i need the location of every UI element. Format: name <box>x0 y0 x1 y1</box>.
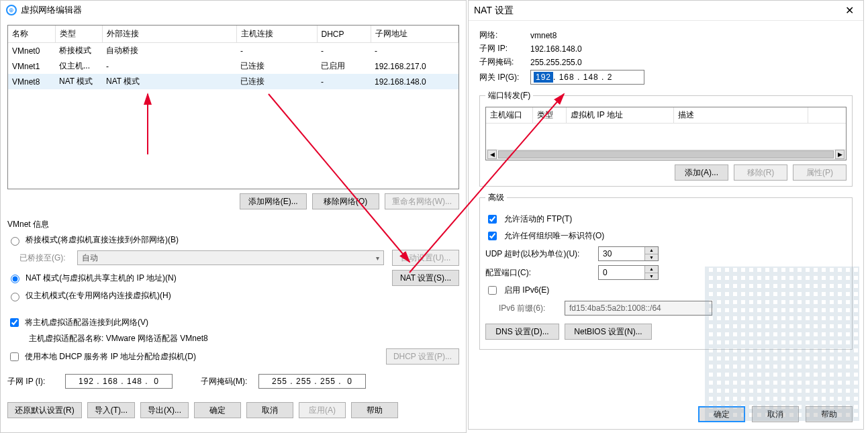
check-connect-adapter-label: 将主机虚拟适配器连接到此网络(V) <box>25 317 148 328</box>
help-button[interactable]: 帮助 <box>351 402 398 418</box>
nat-help-button[interactable]: 帮助 <box>806 406 853 422</box>
scroll-left-icon[interactable]: ◀ <box>487 150 497 159</box>
subnet-mask-input[interactable] <box>258 374 366 389</box>
config-port-label: 配置端口(C): <box>485 267 593 279</box>
gateway-ip-selected-octet: 192 <box>534 72 553 83</box>
radio-hostonly[interactable] <box>11 293 19 301</box>
nat-ok-button[interactable]: 确定 <box>698 406 745 422</box>
check-active-ftp[interactable] <box>488 215 497 224</box>
spin-up-icon[interactable]: ▲ <box>645 266 658 273</box>
remove-network-button[interactable]: 移除网络(O) <box>312 193 379 209</box>
bridge-to-value: 自动 <box>82 252 98 264</box>
network-label: 网络: <box>479 30 524 41</box>
virtual-network-editor-window: ⊕ 虚拟网络编辑器 名称 类型 外部连接 主机连接 DHCP 子网地址 <box>0 0 467 433</box>
nat-settings-button[interactable]: NAT 设置(S)... <box>392 270 459 286</box>
gateway-ip-rest: . 168 . 148 . 2 <box>553 73 612 82</box>
apply-button: 应用(A) <box>299 402 346 418</box>
radio-nat[interactable] <box>11 275 19 283</box>
config-port-spinner[interactable]: ▲ ▼ <box>598 265 659 280</box>
nat-mask-value: 255.255.255.0 <box>530 58 582 67</box>
config-port-input[interactable] <box>599 266 644 279</box>
gateway-ip-label: 网关 IP(G): <box>479 72 524 83</box>
nat-mask-label: 子网掩码: <box>479 56 524 68</box>
subnet-ip-label: 子网 IP (I): <box>7 376 61 387</box>
spin-down-icon[interactable]: ▼ <box>645 254 658 261</box>
app-logo-icon: ⊕ <box>6 5 17 15</box>
pf-col-hostport[interactable]: 主机端口 <box>486 107 533 123</box>
check-use-dhcp[interactable] <box>10 352 19 361</box>
export-button[interactable]: 导出(X)... <box>140 402 189 418</box>
udp-timeout-input[interactable] <box>599 247 644 260</box>
advanced-group: 高级 允许活动的 FTP(T) 允许任何组织唯一标识符(O) UDP 超时(以秒… <box>479 192 853 350</box>
cancel-button[interactable]: 取消 <box>246 402 293 418</box>
check-connect-adapter[interactable] <box>10 318 19 327</box>
spin-up-icon[interactable]: ▲ <box>645 247 658 254</box>
radio-bridge-label: 桥接模式(将虚拟机直接连接到外部网络)(B) <box>26 234 179 246</box>
check-any-oui[interactable] <box>488 232 497 240</box>
udp-timeout-label: UDP 超时(以秒为单位)(U): <box>485 248 593 260</box>
nat-subnet-label: 子网 IP: <box>479 43 524 54</box>
pf-remove-button: 移除(R) <box>734 164 787 181</box>
adapter-name-label: 主机虚拟适配器名称: VMware 网络适配器 VMnet8 <box>29 333 459 344</box>
rename-network-button: 重命名网络(W)... <box>385 193 459 209</box>
spin-down-icon[interactable]: ▼ <box>645 273 658 280</box>
check-use-dhcp-label: 使用本地 DHCP 服务将 IP 地址分配给虚拟机(D) <box>25 351 196 363</box>
nat-title: NAT 设置 <box>474 5 514 17</box>
ok-button[interactable]: 确定 <box>194 402 241 418</box>
col-subnet[interactable]: 子网地址 <box>371 26 459 43</box>
restore-defaults-button[interactable]: 还原默认设置(R) <box>7 402 82 418</box>
table-row[interactable]: VMnet0 桥接模式 自动桥接 - - - <box>8 43 459 59</box>
auto-settings-button: 自动设置(U)... <box>392 250 459 266</box>
col-host[interactable]: 主机连接 <box>236 26 317 43</box>
port-forwarding-group: 端口转发(F) 主机端口 类型 虚拟机 IP 地址 描述 ◀ ▶ 添加(A)..… <box>479 90 853 187</box>
netbios-settings-button[interactable]: NetBIOS 设置(N)... <box>565 324 652 340</box>
subnet-ip-input[interactable] <box>65 374 173 389</box>
radio-hostonly-label: 仅主机模式(在专用网络内连接虚拟机)(H) <box>26 290 171 301</box>
pf-col-vmip[interactable]: 虚拟机 IP 地址 <box>567 107 674 123</box>
col-type[interactable]: 类型 <box>55 26 102 43</box>
network-value: vmnet8 <box>530 31 557 40</box>
pf-props-button: 属性(P) <box>793 164 847 181</box>
add-network-button[interactable]: 添加网络(E)... <box>240 193 307 209</box>
nat-subnet-value: 192.168.148.0 <box>530 44 582 54</box>
dhcp-settings-button: DHCP 设置(P)... <box>386 348 459 365</box>
vmnet-info-title: VMnet 信息 <box>7 219 459 230</box>
col-name[interactable]: 名称 <box>8 26 55 43</box>
radio-bridge[interactable] <box>11 237 19 246</box>
col-external[interactable]: 外部连接 <box>102 26 236 43</box>
ipv6-prefix-label: IPv6 前缀(6): <box>499 303 559 314</box>
col-dhcp[interactable]: DHCP <box>317 26 371 43</box>
gateway-ip-input[interactable]: 192 . 168 . 148 . 2 <box>530 70 644 85</box>
bridge-to-select: 自动 ▾ <box>77 250 384 265</box>
udp-timeout-spinner[interactable]: ▲ ▼ <box>598 246 659 261</box>
check-enable-ipv6[interactable] <box>488 286 497 295</box>
port-forwarding-title: 端口转发(F) <box>485 90 533 101</box>
table-row[interactable]: VMnet1 仅主机... - 已连接 已启用 192.168.217.0 <box>8 58 459 74</box>
check-enable-ipv6-label: 启用 IPv6(E) <box>504 285 549 296</box>
pf-col-type[interactable]: 类型 <box>533 107 567 123</box>
import-button[interactable]: 导入(T)... <box>87 402 135 418</box>
advanced-title: 高级 <box>485 192 507 203</box>
nat-cancel-button[interactable]: 取消 <box>752 406 799 422</box>
subnet-mask-label: 子网掩码(M): <box>201 376 254 387</box>
bridge-to-label: 已桥接至(G): <box>19 252 73 264</box>
chevron-down-icon: ▾ <box>376 254 379 262</box>
check-any-oui-label: 允许任何组织唯一标识符(O) <box>504 230 604 242</box>
vne-title: 虚拟网络编辑器 <box>21 4 82 16</box>
nat-settings-window: NAT 设置 ✕ 网络: vmnet8 子网 IP: 192.168.148.0… <box>468 0 864 430</box>
table-row-selected[interactable]: VMnet8 NAT 模式 NAT 模式 已连接 - 192.168.148.0 <box>8 74 459 89</box>
close-icon[interactable]: ✕ <box>841 4 858 17</box>
dns-settings-button[interactable]: DNS 设置(D)... <box>485 324 559 340</box>
network-table[interactable]: 名称 类型 外部连接 主机连接 DHCP 子网地址 VMnet0 桥接模式 自动… <box>7 25 459 189</box>
pf-col-desc[interactable]: 描述 <box>674 107 808 123</box>
vne-titlebar: ⊕ 虚拟网络编辑器 <box>1 1 466 19</box>
check-active-ftp-label: 允许活动的 FTP(T) <box>504 213 572 225</box>
port-forwarding-table[interactable]: 主机端口 类型 虚拟机 IP 地址 描述 ◀ ▶ <box>485 107 847 160</box>
ipv6-prefix-input <box>565 301 712 316</box>
pf-add-button[interactable]: 添加(A)... <box>675 164 728 181</box>
horizontal-scrollbar[interactable]: ◀ ▶ <box>486 149 846 160</box>
scrollbar-thumb[interactable] <box>498 150 834 158</box>
radio-nat-label: NAT 模式(与虚拟机共享主机的 IP 地址)(N) <box>26 273 177 284</box>
scroll-right-icon[interactable]: ▶ <box>835 150 845 159</box>
